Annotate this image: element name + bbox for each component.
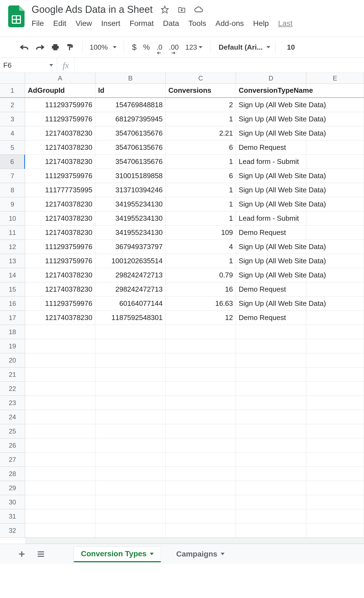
paint-format-button[interactable] (63, 41, 77, 53)
cell[interactable] (306, 126, 364, 140)
cell[interactable] (166, 495, 236, 509)
cell[interactable]: 121740378230 (25, 197, 95, 211)
undo-button[interactable] (16, 41, 32, 53)
cell[interactable] (306, 240, 364, 254)
cell[interactable] (25, 453, 95, 467)
add-sheet-button[interactable] (16, 550, 27, 558)
cell[interactable]: 16 (166, 282, 236, 297)
row-header[interactable]: 27 (0, 453, 25, 467)
cell[interactable] (166, 325, 236, 339)
cell[interactable] (95, 339, 166, 353)
cell[interactable] (236, 353, 306, 367)
font-family-dropdown[interactable]: Default (Ari... (216, 43, 270, 52)
cell[interactable] (95, 424, 166, 438)
cell[interactable] (95, 453, 166, 467)
cell[interactable] (306, 424, 364, 438)
sheet-tab-conversion-types[interactable]: Conversion Types (74, 546, 161, 562)
cell[interactable] (306, 353, 364, 367)
cell[interactable] (236, 438, 306, 453)
row-header[interactable]: 24 (0, 410, 25, 424)
redo-button[interactable] (32, 41, 48, 53)
cell[interactable] (236, 509, 306, 524)
cell[interactable] (306, 382, 364, 396)
cell[interactable]: Demo Request (236, 282, 306, 297)
cell[interactable]: Lead form - Submit (236, 155, 306, 169)
cell[interactable] (95, 524, 166, 538)
cell[interactable]: 121740378230 (25, 211, 95, 226)
cell[interactable] (236, 339, 306, 353)
row-header[interactable]: 12 (0, 240, 25, 254)
row-header[interactable]: 10 (0, 211, 25, 226)
select-all-corner[interactable] (0, 73, 25, 83)
cell[interactable] (306, 268, 364, 282)
cell[interactable] (95, 396, 166, 410)
cell[interactable]: 16.63 (166, 297, 236, 311)
cell[interactable] (306, 311, 364, 325)
cell[interactable] (166, 382, 236, 396)
cell[interactable]: 111293759976 (25, 98, 95, 112)
cell[interactable]: 1 (166, 155, 236, 169)
cell[interactable]: 1 (166, 112, 236, 126)
row-header[interactable]: 5 (0, 140, 25, 155)
star-icon[interactable] (160, 5, 169, 14)
cell[interactable]: 367949373797 (95, 240, 166, 254)
menu-help[interactable]: Help (253, 19, 269, 28)
cell[interactable]: 60164077144 (95, 297, 166, 311)
row-header[interactable]: 29 (0, 481, 25, 495)
cell[interactable] (306, 453, 364, 467)
cell[interactable] (306, 169, 364, 183)
cell[interactable]: 341955234130 (95, 226, 166, 240)
cell[interactable] (95, 495, 166, 509)
cell[interactable]: Id (95, 84, 166, 97)
cell[interactable] (306, 211, 364, 226)
row-header[interactable]: 1 (0, 84, 25, 97)
row-header[interactable]: 22 (0, 382, 25, 396)
cell[interactable] (95, 367, 166, 382)
cell[interactable] (236, 524, 306, 538)
cell[interactable]: 1187592548301 (95, 311, 166, 325)
cell[interactable] (306, 481, 364, 495)
cell[interactable] (236, 495, 306, 509)
cell[interactable] (95, 382, 166, 396)
cell[interactable]: 121740378230 (25, 155, 95, 169)
column-header-D[interactable]: D (236, 73, 306, 83)
row-header[interactable]: 17 (0, 311, 25, 325)
row-header[interactable]: 16 (0, 297, 25, 311)
menu-data[interactable]: Data (163, 19, 179, 28)
cell[interactable] (25, 382, 95, 396)
row-header[interactable]: 3 (0, 112, 25, 126)
zoom-dropdown[interactable]: 100% (87, 43, 119, 52)
move-icon[interactable] (177, 5, 186, 14)
row-header[interactable]: 11 (0, 226, 25, 240)
cell[interactable]: 121740378230 (25, 282, 95, 297)
cell[interactable] (306, 325, 364, 339)
cell[interactable] (25, 481, 95, 495)
cell[interactable]: 121740378230 (25, 311, 95, 325)
cell[interactable]: 12 (166, 311, 236, 325)
column-header-E[interactable]: E (306, 73, 364, 83)
font-size-input[interactable]: 10 (280, 43, 295, 52)
row-header[interactable]: 23 (0, 396, 25, 410)
cell[interactable]: 121740378230 (25, 226, 95, 240)
cell[interactable] (25, 467, 95, 481)
increase-decimal-button[interactable]: .00 (166, 41, 182, 53)
print-button[interactable] (48, 41, 63, 53)
cell[interactable]: Sign Up (All Web Site Data) (236, 297, 306, 311)
cell[interactable]: 310015189858 (95, 169, 166, 183)
cell[interactable]: 341955234130 (95, 211, 166, 226)
cell[interactable]: 313710394246 (95, 183, 166, 197)
menu-insert[interactable]: Insert (101, 19, 120, 28)
cell[interactable] (306, 155, 364, 169)
cell[interactable] (166, 367, 236, 382)
cell[interactable] (166, 424, 236, 438)
cell[interactable]: 111293759976 (25, 169, 95, 183)
cell[interactable] (306, 524, 364, 538)
menu-addons[interactable]: Add-ons (216, 19, 244, 28)
spreadsheet-grid[interactable]: A B C D E 1AdGroupIdIdConversionsConvers… (0, 73, 364, 538)
cell[interactable]: 0.79 (166, 268, 236, 282)
cell[interactable]: 6 (166, 140, 236, 155)
all-sheets-button[interactable] (35, 551, 46, 557)
cell[interactable] (166, 339, 236, 353)
cell[interactable] (25, 367, 95, 382)
cell[interactable] (25, 495, 95, 509)
